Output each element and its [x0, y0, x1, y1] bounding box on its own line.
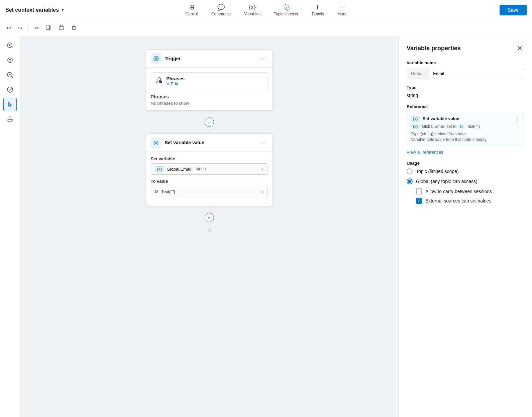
connector-line-1 [209, 111, 210, 117]
nav-comments[interactable]: 💬 Comments [209, 2, 233, 18]
ref-menu-button[interactable]: ⋮ [514, 115, 520, 122]
nav-center: ⊞ Copilot 💬 Comments {x} Variables 🩺 Top… [183, 2, 349, 18]
reference-label: Reference [407, 104, 524, 109]
delete-icon [71, 24, 77, 32]
variable-row[interactable]: {x} Global.Email string › [151, 163, 268, 175]
var-arrow-icon: › [262, 166, 263, 172]
redo-button[interactable]: ↪ [15, 23, 25, 33]
svg-rect-3 [60, 25, 62, 27]
nav-topic-checker[interactable]: 🩺 Topic checker [271, 2, 301, 18]
app-title-area: Set context variables ▾ [5, 7, 64, 13]
usage-global-radio[interactable] [407, 178, 413, 184]
external-sources-label: External sources can set values [425, 198, 492, 203]
nav-variables[interactable]: {x} Variables [241, 2, 263, 18]
fx-arrow-icon: › [262, 189, 263, 194]
svg-point-11 [8, 58, 12, 63]
center-tool[interactable] [3, 54, 17, 67]
add-node-button-1[interactable]: + [205, 117, 214, 127]
checkbox-checkmark: ✓ [417, 198, 421, 203]
connector-2: + [205, 206, 214, 232]
view-all-references-link[interactable]: View all references [407, 150, 443, 155]
usage-label: Usage [407, 161, 524, 166]
connector-line-4 [209, 222, 210, 229]
delete-button[interactable] [68, 22, 80, 34]
nav-right: Save [500, 5, 527, 15]
external-sources-row: ✓ External sources can set values [416, 198, 524, 204]
fx-badge: fx [155, 189, 159, 194]
checkbox-options: Allow to carry between sessions ✓ Extern… [407, 188, 524, 204]
comments-label: Comments [211, 12, 231, 16]
details-label: Details [312, 12, 324, 16]
more-label: More [337, 12, 346, 16]
set-variable-title: Set variable value [165, 140, 254, 145]
carry-sessions-row: Allow to carry between sessions [416, 188, 524, 194]
trigger-node-wrapper: Trigger ⋯ ✓ [146, 50, 273, 134]
svg-rect-4 [73, 26, 75, 29]
var-row-left: {x} Global.Email string [155, 166, 206, 172]
set-variable-node-wrapper: {x} Set variable value ⋯ Set variable {x… [146, 134, 273, 232]
to-value-label: To value [151, 179, 268, 184]
fx-row[interactable]: fx Text("") › [151, 186, 268, 197]
set-variable-header: {x} Set variable value ⋯ [146, 134, 273, 152]
top-navbar: Set context variables ▾ ⊞ Copilot 💬 Comm… [0, 0, 532, 20]
type-value: string [407, 93, 524, 98]
variables-label: Variables [244, 11, 260, 16]
set-variable-body: Set variable {x} Global.Email string › [146, 152, 273, 206]
variable-name-label: Variable name [407, 60, 524, 65]
redo-icon: ↪ [18, 25, 22, 31]
ref-note-line1: Type (string) derived from here [411, 132, 466, 136]
undo-button[interactable]: ↩ [4, 23, 14, 33]
title-dropdown-chevron[interactable]: ▾ [62, 7, 64, 13]
copy-button[interactable] [43, 22, 54, 34]
trigger-node-header: Trigger ⋯ [146, 50, 273, 68]
carry-sessions-checkbox[interactable] [416, 188, 422, 194]
comments-icon: 💬 [217, 4, 225, 11]
svg-point-24 [158, 78, 161, 80]
type-section: Type string [407, 85, 524, 98]
var-name-input[interactable] [429, 68, 524, 79]
ref-title: Set variable value [423, 116, 512, 121]
usage-topic-label: Topic (limited scope) [416, 169, 459, 174]
panel-close-button[interactable]: ✕ [516, 43, 524, 54]
phrases-header-text: Phrases ✏ Edit [167, 76, 185, 86]
to-value-section: To value fx Text("") › [151, 179, 268, 197]
ref-fx: fx [458, 124, 465, 129]
svg-line-21 [8, 88, 12, 92]
nav-details[interactable]: ℹ Details [309, 2, 327, 18]
set-variable-menu-button[interactable]: ⋯ [258, 138, 268, 147]
cursor-tool[interactable] [3, 98, 17, 111]
external-sources-checkbox[interactable]: ✓ [416, 198, 422, 204]
copilot-label: Copilot [186, 12, 198, 16]
fx-value: Text("") [161, 189, 175, 194]
save-button[interactable]: Save [500, 5, 527, 15]
zoom-out-tool[interactable] [3, 68, 17, 82]
reference-box: {x} Set variable value ⋮ {x} Global.Emai… [407, 112, 524, 146]
phrases-name: Phrases [167, 76, 185, 81]
connector-line-2 [209, 127, 210, 134]
svg-line-8 [11, 47, 13, 49]
no-entry-tool[interactable] [3, 83, 17, 96]
panel-header: Variable properties ✕ [407, 43, 524, 54]
paste-button[interactable] [56, 22, 67, 34]
usage-topic-radio[interactable] [407, 168, 413, 174]
edit-link[interactable]: ✏ Edit [167, 81, 185, 86]
hand-tool[interactable] [3, 112, 17, 126]
nav-more[interactable]: ⋯ More [335, 2, 349, 18]
ref-set-badge: {x} [411, 124, 420, 129]
copilot-icon: ⊞ [189, 4, 194, 11]
add-node-button-2[interactable]: + [205, 213, 214, 222]
variable-name-section: Variable name Global. [407, 60, 524, 79]
var-prefix: Global. [407, 68, 429, 79]
set-variable-section: Set variable {x} Global.Email string › [151, 156, 268, 175]
var-type: string [196, 167, 206, 171]
trigger-menu-button[interactable]: ⋯ [258, 54, 268, 63]
set-variable-node: {x} Set variable value ⋯ Set variable {x… [146, 134, 273, 206]
ref-row: {x} Set variable value ⋮ [411, 115, 520, 122]
zoom-in-tool[interactable] [3, 39, 17, 52]
variable-name-row: Global. [407, 68, 524, 79]
nav-copilot[interactable]: ⊞ Copilot [183, 2, 201, 18]
cut-button[interactable]: ✂ [32, 23, 41, 33]
toolbar: ↩ ↪ ✂ [0, 20, 532, 36]
app-title: Set context variables [5, 7, 59, 13]
topic-checker-label: Topic checker [274, 12, 298, 16]
